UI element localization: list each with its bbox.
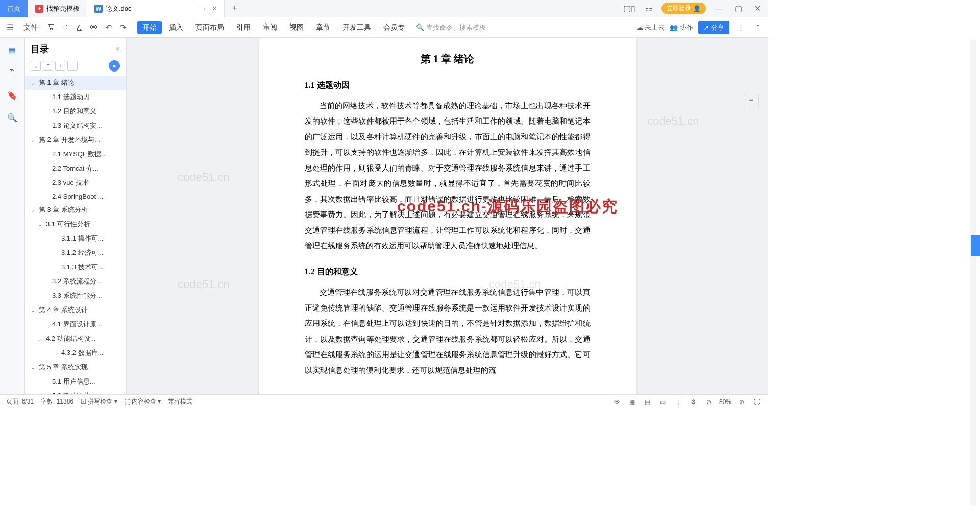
- search-input[interactable]: 🔍 查找命令、搜索模板: [412, 23, 499, 32]
- outline-close-icon[interactable]: ×: [115, 44, 120, 54]
- menu-insert[interactable]: 插入: [164, 21, 188, 34]
- tree-item-label: 1.3 论文结构安...: [52, 121, 102, 130]
- tree-item-label: 5.1 用户信息...: [52, 377, 95, 386]
- zoom-out-icon[interactable]: ⊖: [704, 397, 714, 407]
- tree-item[interactable]: ›1.1 选题动因: [24, 90, 126, 104]
- tree-item[interactable]: ⌄第 4 章 系统设计: [24, 303, 126, 317]
- outline-tree: ⌄第 1 章 绪论›1.1 选题动因›1.2 目的和意义›1.3 论文结构安..…: [24, 76, 126, 394]
- collab-button[interactable]: 👥 协作: [670, 23, 693, 32]
- new-tab-button[interactable]: +: [225, 3, 245, 14]
- menu-dev[interactable]: 开发工具: [337, 21, 376, 34]
- fullscreen-icon[interactable]: ⛶: [752, 397, 762, 407]
- file-menu[interactable]: 文件: [18, 21, 43, 34]
- zoom-level[interactable]: 80%: [719, 398, 731, 406]
- menu-start[interactable]: 开始: [137, 21, 162, 34]
- tree-item-label: 3.1.3 技术可...: [61, 263, 103, 272]
- print-icon[interactable]: 🖨: [74, 21, 86, 34]
- wps-icon: W: [94, 5, 103, 13]
- menu-review[interactable]: 审阅: [258, 21, 282, 34]
- search-nav-icon[interactable]: 🔍: [6, 111, 18, 124]
- tab-split-icon[interactable]: ▭: [199, 5, 205, 12]
- contentcheck-button[interactable]: ⬚ 内容检查 ▾: [125, 397, 161, 406]
- tree-item[interactable]: ›2.4 SpringBoot ...: [24, 190, 126, 203]
- tree-item[interactable]: ›1.2 目的和意义: [24, 104, 126, 119]
- layout-icon[interactable]: ▢▯: [623, 2, 636, 15]
- undo-icon[interactable]: ↶: [102, 21, 114, 34]
- remove-icon[interactable]: −: [67, 61, 78, 71]
- menu-ref[interactable]: 引用: [231, 21, 256, 34]
- more-icon[interactable]: ⋮: [734, 21, 747, 34]
- tree-item[interactable]: ›2.2 Tomcat 介...: [24, 161, 126, 176]
- chevron-icon: ⌄: [31, 207, 37, 213]
- tree-item[interactable]: ›3.2 系统流程分...: [24, 274, 126, 289]
- view-web-icon[interactable]: ▤: [643, 397, 653, 407]
- tree-item[interactable]: ›3.1.1 操作可...: [24, 231, 126, 246]
- page-indicator[interactable]: 页面: 6/31: [6, 397, 34, 406]
- tree-item-label: 1.1 选题动因: [52, 92, 90, 102]
- tree-item[interactable]: ›2.1 MYSQL 数据...: [24, 147, 126, 161]
- minimize-button[interactable]: —: [712, 2, 725, 15]
- tab-document[interactable]: W 论文.doc ▭ ×: [87, 0, 225, 17]
- tree-item[interactable]: ⌄第 1 章 绪论: [24, 76, 126, 90]
- menu-view[interactable]: 视图: [284, 21, 309, 34]
- tree-item[interactable]: ›3.1.3 技术可...: [24, 260, 126, 274]
- outline-tools: ⌄ ⌃ + − ●: [24, 60, 126, 76]
- menu-member[interactable]: 会员专: [378, 21, 410, 34]
- maximize-button[interactable]: ▢: [731, 2, 745, 15]
- view-print-icon[interactable]: ▦: [627, 397, 638, 407]
- preview-icon[interactable]: 👁: [88, 21, 100, 34]
- tab-home[interactable]: 首页: [0, 0, 28, 17]
- tree-item[interactable]: ›5.2 驾驶证业...: [24, 389, 126, 394]
- page-nav-icon[interactable]: 🗎: [6, 66, 18, 79]
- tree-item[interactable]: ›3.1.2 经济可...: [24, 246, 126, 260]
- tree-item[interactable]: ›4.3.2 数据库...: [24, 346, 126, 360]
- zoom-in-icon[interactable]: ⊕: [737, 397, 747, 407]
- menu-chapter[interactable]: 章节: [311, 21, 335, 34]
- close-window-button[interactable]: ✕: [751, 2, 764, 15]
- watermark: code51.cn: [647, 114, 699, 128]
- tree-item[interactable]: ⌄第 2 章 开发环境与...: [24, 133, 126, 147]
- tree-item[interactable]: ›3.3 系统性能分...: [24, 289, 126, 303]
- tab-template[interactable]: ✦ 找稻壳模板: [28, 0, 87, 17]
- main-area: ▤ 🗎 🔖 🔍 目录 × ⌄ ⌃ + − ● ⌄第 1 章 绪论›1.1 选题动…: [0, 38, 768, 394]
- ai-icon[interactable]: ●: [109, 60, 120, 72]
- tree-item-label: 3.1 可行性分析: [46, 220, 90, 229]
- outline-nav-icon[interactable]: ▤: [6, 44, 18, 56]
- doc-s11: 1.1 选题动因: [305, 80, 591, 91]
- tree-item-label: 2.3 vue 技术: [52, 178, 89, 187]
- tree-item[interactable]: ⌄第 3 章 系统分析: [24, 203, 126, 217]
- bookmark-nav-icon[interactable]: 🔖: [6, 89, 18, 101]
- login-button[interactable]: 立即登录👤: [662, 3, 706, 14]
- saveas-icon[interactable]: 🗎: [59, 21, 71, 34]
- save-icon[interactable]: 🖫: [45, 21, 57, 34]
- tab-template-label: 找稻壳模板: [46, 4, 80, 13]
- settings-icon[interactable]: ⚙: [689, 397, 699, 407]
- tree-item[interactable]: ›1.3 论文结构安...: [24, 119, 126, 133]
- share-button[interactable]: ↗ 分享: [698, 21, 729, 34]
- compat-mode[interactable]: 兼容模式: [168, 397, 192, 406]
- menu-layout[interactable]: 页面布局: [190, 21, 229, 34]
- word-count[interactable]: 字数: 11386: [41, 397, 74, 406]
- apps-icon[interactable]: ⚏: [642, 2, 655, 15]
- redo-icon[interactable]: ↷: [116, 21, 129, 34]
- tree-item-label: 2.4 SpringBoot ...: [52, 193, 103, 200]
- collapse-down-icon[interactable]: ⌄: [31, 61, 41, 71]
- cloud-status[interactable]: ☁ 未上云: [636, 23, 665, 32]
- view-outline-icon[interactable]: ▭: [658, 397, 668, 407]
- close-icon[interactable]: ×: [212, 4, 217, 13]
- tree-item[interactable]: ›5.1 用户信息...: [24, 374, 126, 389]
- collapse-icon[interactable]: ⌃: [752, 21, 764, 34]
- collapse-up-icon[interactable]: ⌃: [43, 61, 53, 71]
- view-read-icon[interactable]: ▯: [673, 397, 683, 407]
- format-float-icon[interactable]: ≡: [744, 93, 759, 108]
- tree-item[interactable]: ⌄4.2 功能结构设...: [24, 331, 126, 346]
- menu-icon[interactable]: ☰: [4, 21, 16, 34]
- add-icon[interactable]: +: [55, 61, 65, 71]
- view-eye-icon[interactable]: 👁: [612, 397, 622, 407]
- tree-item[interactable]: ›2.3 vue 技术: [24, 176, 126, 190]
- tree-item[interactable]: ⌄3.1 可行性分析: [24, 217, 126, 231]
- tree-item-label: 3.3 系统性能分...: [52, 291, 102, 300]
- spellcheck-button[interactable]: ☑ 拼写检查 ▾: [81, 397, 117, 406]
- tree-item[interactable]: ›4.1 界面设计原...: [24, 317, 126, 331]
- tree-item[interactable]: ⌄第 5 章 系统实现: [24, 360, 126, 374]
